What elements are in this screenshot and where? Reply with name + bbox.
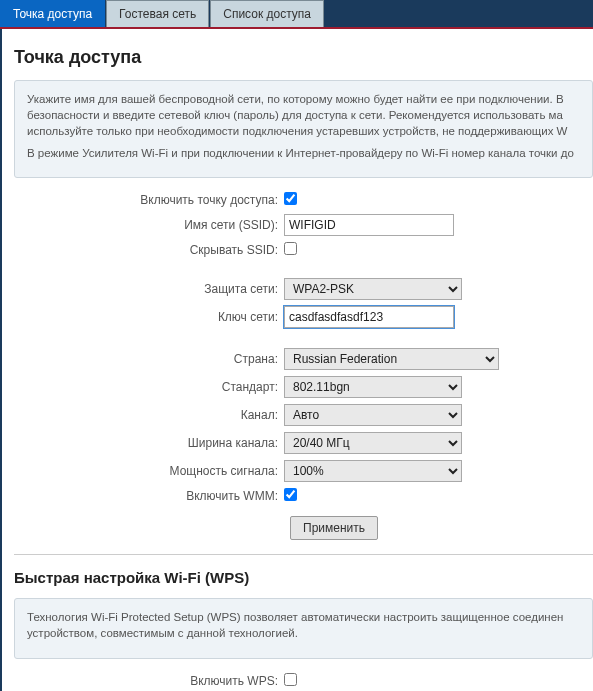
label-hide-ssid: Скрывать SSID:	[14, 243, 284, 257]
ap-info-p1: Укажите имя для вашей беспроводной сети,…	[27, 91, 580, 139]
ap-heading: Точка доступа	[14, 47, 593, 68]
select-signal-power[interactable]: 100%	[284, 460, 462, 482]
select-channel[interactable]: Авто	[284, 404, 462, 426]
wps-infobox: Технология Wi-Fi Protected Setup (WPS) п…	[14, 598, 593, 658]
wps-heading: Быстрая настройка Wi-Fi (WPS)	[14, 569, 593, 586]
checkbox-enable-ap[interactable]	[284, 192, 297, 205]
label-enable-ap: Включить точку доступа:	[14, 193, 284, 207]
input-ssid[interactable]	[284, 214, 454, 236]
label-security: Защита сети:	[14, 282, 284, 296]
checkbox-wmm[interactable]	[284, 488, 297, 501]
tab-guest-network[interactable]: Гостевая сеть	[106, 0, 209, 27]
label-channel: Канал:	[14, 408, 284, 422]
label-power: Мощность сигнала:	[14, 464, 284, 478]
label-enable-wps: Включить WPS:	[14, 674, 284, 688]
label-width: Ширина канала:	[14, 436, 284, 450]
ap-infobox: Укажите имя для вашей беспроводной сети,…	[14, 80, 593, 178]
label-standard: Стандарт:	[14, 380, 284, 394]
input-network-key[interactable]	[284, 306, 454, 328]
separator	[14, 554, 593, 555]
checkbox-enable-wps[interactable]	[284, 673, 297, 686]
label-ssid: Имя сети (SSID):	[14, 218, 284, 232]
wps-info-p: Технология Wi-Fi Protected Setup (WPS) п…	[27, 609, 580, 641]
label-country: Страна:	[14, 352, 284, 366]
select-channel-width[interactable]: 20/40 МГц	[284, 432, 462, 454]
label-key: Ключ сети:	[14, 310, 284, 324]
tab-access-point[interactable]: Точка доступа	[0, 0, 105, 27]
select-security[interactable]: WPA2-PSK	[284, 278, 462, 300]
tab-access-list[interactable]: Список доступа	[210, 0, 324, 27]
select-country[interactable]: Russian Federation	[284, 348, 499, 370]
label-wmm: Включить WMM:	[14, 489, 284, 503]
tab-bar: Точка доступа Гостевая сеть Список досту…	[0, 0, 593, 29]
page-content: Точка доступа Укажите имя для вашей бесп…	[0, 29, 593, 691]
checkbox-hide-ssid[interactable]	[284, 242, 297, 255]
apply-ap-button[interactable]: Применить	[290, 516, 378, 540]
ap-info-p2: В режиме Усилителя Wi-Fi и при подключен…	[27, 145, 580, 161]
select-standard[interactable]: 802.11bgn	[284, 376, 462, 398]
